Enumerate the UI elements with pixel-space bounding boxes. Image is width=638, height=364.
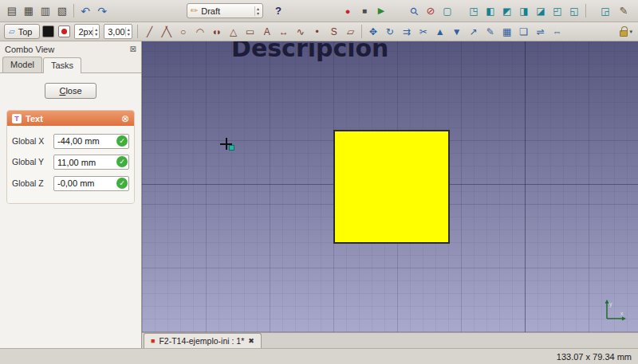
axis-x-label: x — [620, 311, 624, 316]
text-task-box: T Text ⊗ Global X ✓ Glob — [6, 110, 135, 204]
whats-this-icon[interactable]: ? — [270, 3, 286, 19]
ellipse-icon[interactable]: ◖◗ — [208, 24, 224, 40]
dimension-icon[interactable]: ↔ — [275, 24, 291, 40]
new-document-icon[interactable]: ▤ — [4, 3, 20, 19]
draft-text-icon: T — [12, 114, 22, 123]
clone-icon[interactable]: ❏ — [516, 24, 532, 40]
rotate-icon[interactable]: ↻ — [382, 24, 398, 40]
combo-view-tabs: Model Tasks — [0, 57, 141, 73]
document-tab[interactable]: ■ F2-T14-ejemplo-ini : 1* ✖ — [144, 333, 262, 348]
tab-tasks[interactable]: Tasks — [43, 57, 81, 73]
mirror-icon[interactable]: ⇌ — [533, 24, 549, 40]
macro-stop-icon[interactable]: ■ — [356, 3, 372, 19]
rectangle-icon[interactable]: ▭ — [242, 24, 258, 40]
array-icon[interactable]: ▦ — [499, 24, 515, 40]
macro-record-icon[interactable]: ● — [340, 3, 356, 19]
document-tab-label: F2-T14-ejemplo-ini : 1* — [159, 336, 244, 346]
box-zoom-icon[interactable]: ▢ — [439, 3, 455, 19]
undo-redo-group: ↶↷ — [77, 3, 110, 19]
texture-view-icon[interactable]: ◲ — [597, 3, 613, 19]
view-bottom-icon[interactable]: ◰ — [549, 3, 565, 19]
viewport-column: Descripción x y ■ F2-T14-e — [142, 41, 638, 348]
global-z-label: Global Z — [12, 178, 49, 188]
working-plane-button[interactable]: ▱ Top — [4, 24, 40, 39]
polyline-icon[interactable]: ╱╲ — [158, 24, 174, 40]
point-icon[interactable]: • — [309, 24, 325, 40]
valid-check-icon: ✓ — [116, 178, 128, 189]
draft-workbench-icon: ✏ — [191, 6, 198, 16]
spin-down-icon[interactable]: ▾ — [255, 11, 261, 16]
snap-lock-icon[interactable] — [620, 30, 628, 37]
polygon-icon[interactable]: △ — [225, 24, 241, 40]
crosshair-cursor — [220, 138, 232, 150]
macro-play-icon[interactable]: ▶ — [373, 3, 389, 19]
scale-icon[interactable]: ↗ — [466, 24, 482, 40]
text-height-spinner[interactable]: 3,00 ▴ ▾ — [104, 24, 132, 39]
spin-down-icon[interactable]: ▾ — [93, 32, 99, 37]
offset-icon[interactable]: ⇉ — [399, 24, 415, 40]
line-icon[interactable]: ╱ — [141, 24, 157, 40]
valid-check-icon: ✓ — [116, 156, 128, 167]
downgrade-icon[interactable]: ▼ — [449, 24, 465, 40]
view-left-icon[interactable]: ◱ — [566, 3, 582, 19]
workbench-spinner[interactable]: ▴ ▾ — [254, 6, 261, 16]
macro-icon-group: ● ■ ▶ — [340, 3, 389, 19]
line-color-swatch[interactable] — [42, 25, 54, 37]
chevron-down-icon[interactable]: ▾ — [629, 29, 632, 35]
tasks-panel-body: Close T Text ⊗ Global X ✓ — [0, 73, 141, 348]
workbench-selector-value: Draft — [201, 6, 220, 16]
close-task-button[interactable]: Close — [45, 83, 96, 99]
view-right-icon[interactable]: ◨ — [516, 3, 532, 19]
bspline-icon[interactable]: ∿ — [292, 24, 308, 40]
facebinder-icon[interactable]: ▱ — [342, 24, 358, 40]
text-task-title: Text — [26, 114, 43, 123]
line-width-spinner[interactable]: 2px ▴ ▾ — [74, 24, 100, 39]
face-color-swatch[interactable] — [58, 25, 70, 37]
toolbar-separator — [137, 25, 138, 38]
view-top-icon[interactable]: ◩ — [499, 3, 515, 19]
arc-icon[interactable]: ◠ — [191, 24, 207, 40]
status-bar: 133.07 x 79.34 mm — [0, 348, 638, 364]
upgrade-icon[interactable]: ▲ — [432, 24, 448, 40]
edit-icon[interactable]: ✎ — [482, 24, 498, 40]
workbench-selector[interactable]: ✏ Draft ▴ ▾ — [187, 3, 263, 18]
combo-view-title: Combo View — [5, 45, 54, 54]
stretch-icon[interactable]: ⇔ — [549, 24, 565, 40]
text-height-arrows[interactable]: ▴ ▾ — [125, 27, 132, 37]
draft-text-annotation[interactable]: Descripción — [231, 41, 388, 62]
document-tab-bar: ■ F2-T14-ejemplo-ini : 1* ✖ — [142, 332, 638, 348]
document-icon: ■ — [151, 337, 155, 345]
dimension-readout: 133.07 x 79.34 mm — [557, 352, 632, 362]
line-width-arrows[interactable]: ▴ ▾ — [93, 27, 99, 37]
text-height-value: 3,00 — [108, 27, 124, 37]
move-icon[interactable]: ✥ — [365, 24, 381, 40]
task-collapse-icon[interactable]: ⊗ — [121, 113, 129, 124]
tab-model[interactable]: Model — [2, 57, 42, 72]
view-front-icon[interactable]: ◧ — [482, 3, 498, 19]
open-document-icon[interactable]: ▦ — [21, 3, 37, 19]
close-icon[interactable]: ✖ — [248, 337, 254, 345]
sketch-edit-icon[interactable]: ✎ — [616, 3, 632, 19]
combo-view-panel: Combo View ⊠ Model Tasks Close T Text ⊗ — [0, 41, 142, 348]
3d-viewport[interactable]: Descripción x y — [142, 41, 638, 332]
zoom-fit-icon[interactable]: ⚲ — [403, 0, 425, 22]
undo-icon[interactable]: ↶ — [77, 3, 93, 19]
snap-indicator-icon — [229, 145, 234, 151]
draft-rectangle[interactable] — [333, 130, 450, 244]
paste-icon[interactable]: ▧ — [54, 3, 70, 19]
toolbar-separator — [585, 4, 586, 18]
view-rear-icon[interactable]: ◪ — [533, 3, 549, 19]
draw-style-icon[interactable]: ⊘ — [423, 3, 439, 19]
global-y-label: Global Y — [12, 157, 49, 166]
view-isometric-icon[interactable]: ◳ — [466, 3, 482, 19]
dock-close-icon[interactable]: ⊠ — [130, 45, 136, 53]
circle-icon[interactable]: ○ — [175, 24, 191, 40]
trimex-icon[interactable]: ✂ — [415, 24, 431, 40]
redo-icon[interactable]: ↷ — [94, 3, 110, 19]
shapestring-icon[interactable]: S — [325, 24, 341, 40]
spin-down-icon[interactable]: ▾ — [126, 32, 132, 37]
draft-toolbar: ▱ Top 2px ▴ ▾ 3,00 ▴ ▾ ╱╱╲○◠◖◗△▭A↔∿•S▱ ✥… — [0, 22, 638, 41]
text-icon[interactable]: A — [258, 24, 274, 40]
standard-toolbar: ▤▦▥▧ ↶↷ ✏ Draft ▴ ▾ ? ● ■ ▶ ⚲ ⊘ ▢ ◳◧◩◨◪◰… — [0, 0, 638, 22]
save-icon[interactable]: ▥ — [37, 3, 53, 19]
